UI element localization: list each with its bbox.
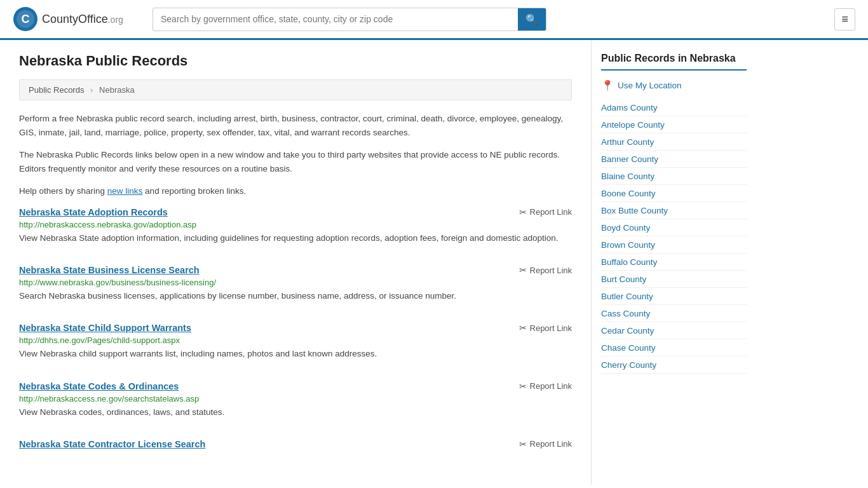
record-description: View Nebraska child support warrants lis…	[19, 348, 572, 360]
report-link-button[interactable]: ✂ Report Link	[519, 381, 572, 391]
record-entry: Nebraska State Adoption Records ✂ Report…	[19, 207, 572, 251]
report-icon: ✂	[519, 207, 527, 217]
report-link-label: Report Link	[530, 381, 572, 391]
list-item: Cedar County	[601, 322, 747, 339]
county-link[interactable]: Blaine County	[601, 172, 654, 181]
list-item: Butler County	[601, 288, 747, 305]
record-entry: Nebraska State Contractor License Search…	[19, 439, 572, 458]
search-input[interactable]	[153, 9, 518, 29]
record-description: View Nebraska State adoption information…	[19, 232, 572, 245]
county-link[interactable]: Boone County	[601, 189, 656, 198]
desc3-post: and reporting broken links.	[142, 186, 246, 196]
list-item: Adams County	[601, 99, 747, 116]
report-link-label: Report Link	[530, 439, 572, 449]
county-link[interactable]: Brown County	[601, 240, 655, 250]
county-link[interactable]: Box Butte County	[601, 206, 668, 215]
svg-text:C: C	[22, 13, 30, 25]
logo-text: CountyOffice.org	[42, 13, 123, 26]
county-link[interactable]: Adams County	[601, 103, 658, 112]
report-icon: ✂	[519, 265, 527, 275]
list-item: Brown County	[601, 236, 747, 254]
report-link-button[interactable]: ✂ Report Link	[519, 265, 572, 275]
county-link[interactable]: Burt County	[601, 274, 646, 284]
report-link-button[interactable]: ✂ Report Link	[519, 207, 572, 217]
location-pin-icon: 📍	[601, 79, 614, 92]
report-link-button[interactable]: ✂ Report Link	[519, 439, 572, 449]
report-link-label: Report Link	[530, 207, 572, 217]
content-area: Nebraska Public Records Public Records ›…	[0, 40, 591, 485]
sidebar-title: Public Records in Nebraska	[601, 53, 747, 71]
record-entry: Nebraska State Child Support Warrants ✂ …	[19, 323, 572, 367]
county-link[interactable]: Cedar County	[601, 326, 654, 336]
records-list: Nebraska State Adoption Records ✂ Report…	[19, 207, 572, 458]
list-item: Cherry County	[601, 356, 747, 374]
record-title[interactable]: Nebraska State Codes & Ordinances	[19, 381, 179, 391]
county-link[interactable]: Cherry County	[601, 360, 656, 370]
report-link-label: Report Link	[530, 266, 572, 275]
record-title[interactable]: Nebraska State Contractor License Search	[19, 439, 205, 449]
logo-area: C CountyOffice.org	[13, 6, 140, 32]
record-header: Nebraska State Business License Search ✂…	[19, 265, 572, 275]
record-url: http://dhhs.ne.gov/Pages/child-support.a…	[19, 336, 572, 345]
county-link[interactable]: Banner County	[601, 154, 658, 164]
report-icon: ✂	[519, 381, 527, 391]
record-description: Search Nebraska business licenses, appli…	[19, 290, 572, 302]
record-url: http://www.nebraska.gov/business/busines…	[19, 278, 572, 287]
county-link[interactable]: Arthur County	[601, 137, 654, 147]
record-header: Nebraska State Adoption Records ✂ Report…	[19, 207, 572, 217]
search-bar: 🔍	[153, 8, 546, 31]
list-item: Blaine County	[601, 168, 747, 185]
list-item: Cass County	[601, 305, 747, 322]
list-item: Buffalo County	[601, 254, 747, 271]
description-2: The Nebraska Public Records links below …	[19, 148, 572, 175]
breadcrumb: Public Records › Nebraska	[19, 79, 572, 100]
breadcrumb-link-public-records[interactable]: Public Records	[29, 85, 84, 95]
list-item: Antelope County	[601, 116, 747, 133]
record-url: http://nebraskaccess.nebraska.gov/adopti…	[19, 220, 572, 229]
record-title[interactable]: Nebraska State Business License Search	[19, 265, 200, 275]
record-header: Nebraska State Codes & Ordinances ✂ Repo…	[19, 381, 572, 391]
county-list: Adams CountyAntelope CountyArthur County…	[601, 99, 747, 374]
record-header: Nebraska State Contractor License Search…	[19, 439, 572, 449]
use-my-location-link[interactable]: 📍 Use My Location	[601, 79, 747, 92]
sidebar: Public Records in Nebraska 📍 Use My Loca…	[591, 40, 756, 485]
record-entry: Nebraska State Business License Search ✂…	[19, 265, 572, 309]
county-link[interactable]: Buffalo County	[601, 257, 657, 267]
record-entry: Nebraska State Codes & Ordinances ✂ Repo…	[19, 381, 572, 425]
list-item: Box Butte County	[601, 202, 747, 219]
county-link[interactable]: Cass County	[601, 309, 650, 318]
desc3-pre: Help others by sharing	[19, 186, 107, 196]
county-link[interactable]: Boyd County	[601, 223, 650, 233]
use-location-label: Use My Location	[618, 81, 682, 90]
record-header: Nebraska State Child Support Warrants ✂ …	[19, 323, 572, 333]
site-header: C CountyOffice.org 🔍 ≡	[0, 0, 868, 40]
breadcrumb-separator: ›	[90, 85, 93, 95]
record-url: http://nebraskaccess.ne.gov/searchstatel…	[19, 394, 572, 403]
record-description: View Nebraska codes, ordinances, laws, a…	[19, 406, 572, 419]
list-item: Boyd County	[601, 219, 747, 236]
county-link[interactable]: Chase County	[601, 343, 656, 353]
report-link-label: Report Link	[530, 323, 572, 333]
list-item: Banner County	[601, 151, 747, 168]
list-item: Arthur County	[601, 133, 747, 151]
list-item: Burt County	[601, 271, 747, 288]
record-title[interactable]: Nebraska State Child Support Warrants	[19, 323, 191, 333]
list-item: Chase County	[601, 339, 747, 356]
county-link[interactable]: Butler County	[601, 292, 653, 301]
main-container: Nebraska Public Records Public Records ›…	[0, 40, 868, 485]
search-button[interactable]: 🔍	[518, 8, 546, 30]
description-3: Help others by sharing new links and rep…	[19, 184, 572, 198]
report-link-button[interactable]: ✂ Report Link	[519, 323, 572, 333]
new-links-link[interactable]: new links	[107, 186, 143, 196]
list-item: Boone County	[601, 185, 747, 202]
breadcrumb-current: Nebraska	[99, 85, 135, 95]
logo-icon: C	[13, 6, 38, 32]
report-icon: ✂	[519, 323, 527, 333]
county-link[interactable]: Antelope County	[601, 120, 665, 130]
menu-button[interactable]: ≡	[834, 8, 855, 30]
description-1: Perform a free Nebraska public record se…	[19, 112, 572, 139]
page-title: Nebraska Public Records	[19, 53, 572, 69]
record-title[interactable]: Nebraska State Adoption Records	[19, 207, 168, 217]
report-icon: ✂	[519, 439, 527, 449]
